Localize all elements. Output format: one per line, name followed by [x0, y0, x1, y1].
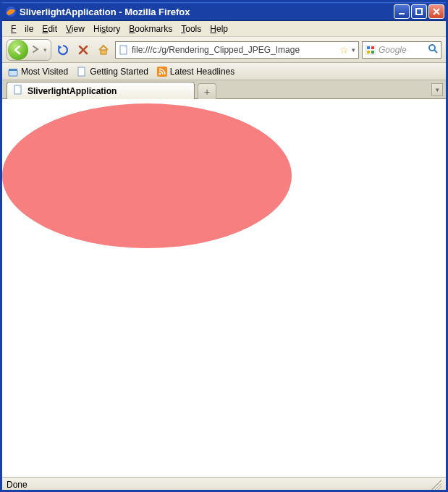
page-icon: [13, 85, 23, 97]
silverlight-ellipse: [2, 103, 292, 248]
url-bar[interactable]: file:///c:/g/Rendering_Clipped_JPEG_Imag…: [115, 41, 359, 59]
url-dropdown-icon[interactable]: ▾: [352, 46, 355, 54]
status-bar: Done: [2, 477, 446, 491]
tab-label: SliverlightApplication: [28, 86, 117, 96]
menu-bookmarks[interactable]: Bookmarks: [124, 22, 177, 35]
maximize-button[interactable]: [411, 4, 427, 19]
stop-button[interactable]: [75, 41, 92, 59]
search-placeholder: Google: [379, 45, 425, 55]
new-tab-button[interactable]: +: [198, 83, 216, 99]
bookmarks-toolbar: Most Visited Getting Started Latest Head…: [2, 63, 446, 80]
navigation-toolbar: ▾ file:///c:/g/Rendering_Clipped_JPEG_Im…: [2, 37, 446, 63]
new-tab-label: +: [204, 86, 210, 98]
tab-strip: SliverlightApplication + ▾: [2, 80, 446, 99]
svg-rect-8: [367, 51, 370, 54]
back-forward-group: ▾: [7, 39, 51, 61]
close-button[interactable]: [428, 4, 444, 19]
history-dropdown-icon[interactable]: ▾: [41, 46, 48, 54]
most-visited-icon: [8, 67, 18, 77]
tab-active[interactable]: SliverlightApplication: [7, 82, 195, 99]
home-button[interactable]: [95, 41, 112, 59]
svg-rect-2: [416, 9, 422, 14]
reload-button[interactable]: [54, 41, 72, 59]
menu-view[interactable]: View: [62, 22, 89, 35]
svg-point-16: [159, 72, 161, 75]
search-bar[interactable]: Google: [362, 41, 441, 59]
minimize-button[interactable]: [394, 4, 410, 19]
bookmark-star-icon[interactable]: ☆: [339, 44, 349, 56]
svg-rect-1: [399, 13, 405, 14]
menubar: File Edit View History Bookmarks Tools H…: [2, 21, 446, 37]
svg-point-10: [429, 45, 435, 51]
search-go-icon[interactable]: [428, 43, 438, 56]
back-button[interactable]: [8, 40, 28, 60]
svg-rect-13: [9, 69, 17, 71]
list-all-tabs-button[interactable]: ▾: [431, 83, 443, 96]
url-text: file:///c:/g/Rendering_Clipped_JPEG_Imag…: [132, 45, 337, 55]
svg-rect-7: [371, 46, 374, 49]
bookmark-latest-headlines[interactable]: Latest Headlines: [157, 67, 234, 77]
forward-button[interactable]: [30, 44, 41, 56]
firefox-icon: [5, 6, 17, 17]
menu-help[interactable]: Help: [206, 22, 232, 35]
page-icon: [119, 45, 129, 55]
svg-rect-3: [101, 50, 106, 54]
bookmark-label: Latest Headlines: [170, 67, 234, 77]
svg-line-11: [434, 50, 437, 53]
bookmark-getting-started[interactable]: Getting Started: [77, 67, 148, 77]
window-title: SliverlightApplication - Mozilla Firefox: [20, 7, 190, 17]
window-titlebar: SliverlightApplication - Mozilla Firefox: [2, 2, 446, 21]
bookmark-most-visited[interactable]: Most Visited: [8, 67, 68, 77]
page-content: [2, 99, 446, 477]
page-icon: [77, 67, 87, 77]
svg-rect-14: [78, 67, 85, 76]
menu-edit[interactable]: Edit: [38, 22, 62, 35]
bookmark-label: Most Visited: [21, 67, 68, 77]
menu-history[interactable]: History: [89, 22, 124, 35]
status-text: Done: [7, 480, 28, 490]
svg-rect-12: [9, 70, 17, 76]
menu-tools[interactable]: Tools: [177, 22, 206, 35]
bookmark-label: Getting Started: [90, 67, 148, 77]
menu-file[interactable]: File: [7, 22, 38, 35]
svg-rect-9: [371, 51, 374, 54]
rss-icon: [157, 67, 167, 77]
google-icon: [365, 45, 376, 55]
resize-grip-icon[interactable]: [431, 480, 441, 490]
svg-rect-6: [367, 46, 370, 49]
window-buttons: [394, 4, 444, 19]
